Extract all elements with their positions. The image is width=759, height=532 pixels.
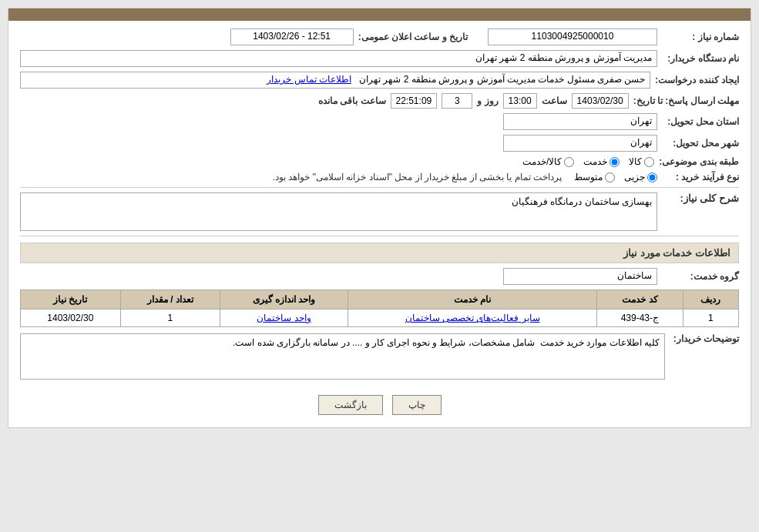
col-header-service-name: نام خدمت [348, 290, 597, 309]
purchase-option-motavasset: متوسط [574, 172, 615, 182]
deadline-day-label: روز و [477, 95, 498, 106]
requester-row: ایجاد کننده درخواست: حسن صفری مسئول خدما… [20, 72, 739, 89]
requester-value: حسن صفری مسئول خدمات مدیریت آموزش و پرور… [20, 72, 650, 89]
cell-row-num: 1 [683, 309, 738, 327]
deadline-remaining-label: ساعت باقی مانده [318, 95, 386, 106]
need-number-label: شماره نیاز : [662, 32, 739, 42]
category-radio-khedmat[interactable] [610, 157, 620, 167]
city-row: شهر محل تحویل: تهران [20, 135, 739, 152]
table-row: 1 ج-43-439 سایر فعالیت‌های تخصصی ساختمان… [21, 309, 739, 327]
button-row: چاپ بازگشت [20, 387, 739, 420]
service-group-value: ساختمان [503, 268, 657, 285]
contact-link[interactable]: اطلاعات تماس خریدار [267, 74, 351, 85]
panel-body: شماره نیاز : 1103004925000010 تاریخ و سا… [8, 21, 751, 427]
buyer-org-value: مدیریت آموزش و پرورش منطقه 2 شهر تهران [20, 50, 657, 67]
category-row: طبقه بندی موضوعی: کالا خدمت کالا/خدمت [20, 156, 739, 167]
province-row: استان محل تحویل: تهران [20, 113, 739, 130]
col-header-quantity: تعداد / مقدار [120, 290, 220, 309]
province-value: تهران [503, 113, 657, 130]
cell-date: 1403/02/30 [21, 309, 121, 327]
deadline-remaining: 22:51:09 [391, 93, 438, 109]
buyer-org-label: نام دستگاه خریدار: [662, 53, 739, 64]
deadline-row: مهلت ارسال پاسخ: تا تاریخ: 1403/02/30 سا… [20, 93, 739, 109]
purchase-radio-motavasset[interactable] [605, 172, 615, 182]
col-header-service-code: کد خدمت [597, 290, 683, 309]
col-header-row-num: ردیف [683, 290, 738, 309]
service-group-row: گروه خدمت: ساختمان [20, 268, 739, 285]
cell-service-code: ج-43-439 [597, 309, 683, 327]
services-table: ردیف کد خدمت نام خدمت واحد اندازه گیری ت… [20, 289, 739, 327]
panel-title [8, 8, 751, 21]
purchase-radio-group: جزیی متوسط [574, 172, 657, 182]
main-panel: شماره نیاز : 1103004925000010 تاریخ و سا… [8, 8, 751, 428]
divider-1 [20, 187, 739, 188]
announce-value: 1403/02/26 - 12:51 [230, 28, 354, 45]
purchase-type-row: نوع فرآیند خرید : جزیی متوسط پرداخت تمام… [20, 172, 739, 182]
deadline-date: 1403/02/30 [572, 93, 629, 109]
buyer-notes-label: توضیحات خریدار: [670, 333, 739, 344]
page-container: شماره نیاز : 1103004925000010 تاریخ و سا… [0, 0, 759, 532]
city-label: شهر محل تحویل: [662, 138, 739, 149]
deadline-time: 13:00 [503, 93, 537, 109]
category-label: طبقه بندی موضوعی: [659, 156, 739, 167]
category-option-kala: کالا [629, 156, 654, 167]
buyer-org-row: نام دستگاه خریدار: مدیریت آموزش و پرورش … [20, 50, 739, 67]
category-option-kala-khedmat: کالا/خدمت [522, 156, 574, 167]
need-number-value: 1103004925000010 [488, 28, 657, 45]
city-value: تهران [503, 135, 657, 152]
need-desc-section-label: شرح کلی نیاز: [662, 192, 739, 204]
services-section-header: اطلاعات خدمات مورد نیاز [20, 243, 739, 263]
purchase-option-jozii: جزیی [624, 172, 657, 182]
requester-label: ایجاد کننده درخواست: [655, 75, 739, 85]
cell-unit[interactable]: واحد ساختمان [220, 309, 348, 327]
announce-label: تاریخ و ساعت اعلان عمومی: [358, 32, 468, 42]
purchase-type-label: نوع فرآیند خرید : [662, 172, 739, 182]
deadline-days: 3 [442, 93, 472, 109]
province-label: استان محل تحویل: [662, 116, 739, 127]
need-desc-textarea[interactable] [20, 192, 657, 231]
cell-quantity: 1 [120, 309, 220, 327]
purchase-note: پرداخت تمام یا بخشی از مبلغ خریدار از مح… [273, 172, 562, 182]
service-group-label: گروه خدمت: [662, 271, 739, 282]
back-button[interactable]: بازگشت [318, 395, 383, 415]
divider-2 [20, 236, 739, 236]
print-button[interactable]: چاپ [392, 395, 442, 415]
need-number-row: شماره نیاز : 1103004925000010 تاریخ و سا… [20, 28, 739, 45]
buyer-notes-section: توضیحات خریدار: [20, 333, 739, 380]
cell-service-name[interactable]: سایر فعالیت‌های تخصصی ساختمان [348, 309, 597, 327]
purchase-radio-jozii[interactable] [647, 172, 657, 182]
category-option-khedmat: خدمت [583, 156, 620, 167]
buyer-notes-textarea[interactable] [20, 333, 665, 380]
category-radio-kala-khedmat[interactable] [564, 157, 574, 167]
need-desc-row: شرح کلی نیاز: [20, 192, 739, 231]
category-radio-group: کالا خدمت کالا/خدمت [522, 156, 654, 167]
category-radio-kala[interactable] [644, 157, 654, 167]
col-header-date: تاریخ نیاز [21, 290, 121, 309]
deadline-label: مهلت ارسال پاسخ: تا تاریخ: [633, 95, 739, 106]
col-header-unit: واحد اندازه گیری [220, 290, 348, 309]
deadline-time-label: ساعت [542, 95, 567, 106]
